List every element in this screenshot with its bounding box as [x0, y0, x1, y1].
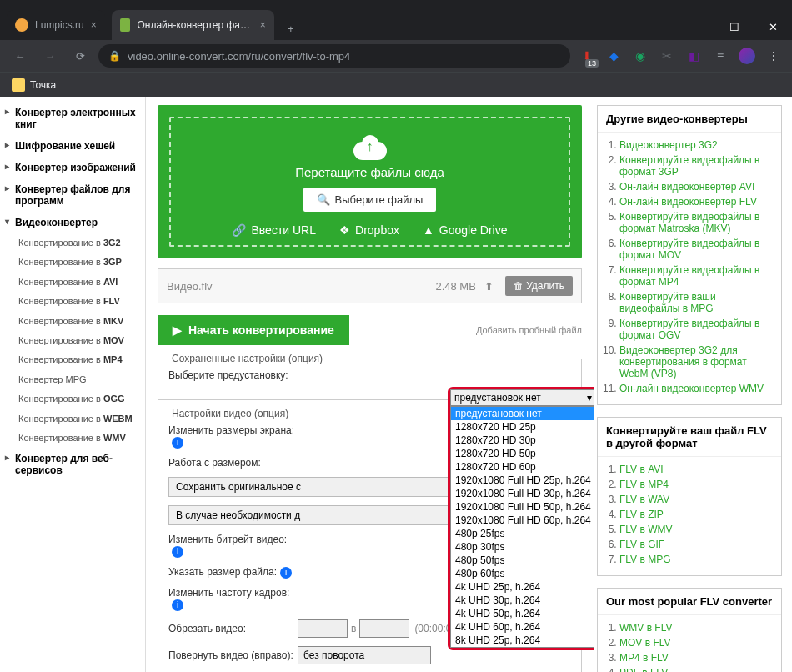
- crop-start-input[interactable]: [298, 619, 348, 638]
- converter-link[interactable]: FLV в MP4: [619, 479, 776, 490]
- delete-file-button[interactable]: 🗑 Удалить: [505, 276, 573, 296]
- info-icon[interactable]: i: [172, 599, 183, 611]
- close-icon[interactable]: ×: [91, 19, 97, 31]
- converter-link[interactable]: PDF в FLV: [619, 667, 776, 672]
- converter-link[interactable]: MP4 в FLV: [619, 652, 776, 664]
- preset-select[interactable]: предустановок нет ▾: [450, 389, 594, 406]
- preset-option[interactable]: 4k UHD 60p, h.264: [451, 620, 594, 634]
- preset-option[interactable]: 8k UHD 30p, h.264: [451, 647, 594, 648]
- converter-link[interactable]: Он-лайн видеоконвертер AVI: [619, 181, 776, 193]
- sidebar-item[interactable]: Конвертирование в 3G2: [0, 233, 145, 253]
- sidebar-group-video[interactable]: Видеоконвертер: [0, 212, 145, 233]
- preset-option[interactable]: 1280x720 HD 50p: [451, 447, 594, 460]
- close-icon[interactable]: ×: [260, 19, 266, 31]
- info-icon[interactable]: i: [172, 546, 183, 558]
- sidebar-item[interactable]: Конвертирование в MP4: [0, 350, 145, 369]
- sidebar-item[interactable]: Конвертирование в 3GP: [0, 253, 145, 272]
- preset-option[interactable]: 4k UHD 25p, h.264: [451, 580, 594, 594]
- extension-icon[interactable]: ≡: [710, 46, 730, 66]
- converter-link[interactable]: FLV в WAV: [619, 494, 776, 505]
- preset-option[interactable]: 480p 25fps: [451, 527, 594, 540]
- converter-link[interactable]: Конвертируйте видеофайлы в формат OGV: [619, 318, 776, 341]
- converter-link[interactable]: MOV в FLV: [619, 637, 776, 649]
- info-icon[interactable]: i: [280, 567, 292, 579]
- converter-link[interactable]: Он-лайн видеоконвертер WMV: [619, 383, 776, 394]
- choose-files-button[interactable]: 🔍Выберите файлы: [303, 188, 437, 212]
- preset-option[interactable]: 1920x1080 Full HD 25p, h.264: [451, 474, 594, 487]
- google-drive-button[interactable]: ▲ Google Drive: [423, 223, 508, 237]
- converter-link[interactable]: FLV в WMV: [619, 524, 776, 535]
- sidebar-item[interactable]: Конвертер MPG: [0, 370, 145, 389]
- size-handling-label: Работа с размером:: [168, 457, 298, 469]
- reload-button[interactable]: ⟳: [68, 44, 92, 68]
- upload-dropzone[interactable]: ↑ Перетащите файлы сюда 🔍Выберите файлы …: [158, 105, 582, 258]
- bookmark-item[interactable]: Точка: [12, 78, 56, 92]
- converter-link[interactable]: FLV в AVI: [619, 464, 776, 475]
- sidebar-item[interactable]: Конвертирование в MOV: [0, 331, 145, 350]
- sidebar-item[interactable]: Конвертирование в WEBM: [0, 409, 145, 429]
- converter-link[interactable]: FLV в GIF: [619, 539, 776, 550]
- popular-flv-box: Our most popular FLV converter WMV в FLV…: [597, 588, 782, 672]
- preset-option[interactable]: 1920x1080 Full HD 30p, h.264: [451, 487, 594, 500]
- url-box[interactable]: 🔒 video.online-convert.com/ru/convert/fl…: [98, 44, 570, 68]
- converter-link[interactable]: Конвертируйте видеофайлы в формат Matros…: [619, 211, 776, 234]
- preset-option[interactable]: 480p 50fps: [451, 554, 594, 567]
- preset-option[interactable]: 1280x720 HD 60p: [451, 460, 594, 474]
- badge-count: 13: [585, 59, 599, 68]
- preset-option[interactable]: предустановок нет: [451, 407, 594, 420]
- extension-icon[interactable]: ◆: [604, 46, 624, 66]
- sidebar-group[interactable]: Конвертер файлов для программ: [0, 178, 145, 212]
- sidebar-group[interactable]: Конвертер изображений: [0, 157, 145, 178]
- cloud-upload-icon: ↑: [350, 130, 390, 160]
- start-convert-button[interactable]: ▶ Начать конвертирование: [158, 315, 349, 345]
- close-window-button[interactable]: ✕: [754, 13, 792, 40]
- converter-link[interactable]: FLV в MPG: [619, 554, 776, 565]
- url-text: video.online-convert.com/ru/convert/flv-…: [128, 50, 350, 63]
- rotate-select[interactable]: без поворота: [298, 646, 431, 664]
- sidebar-item[interactable]: Конвертирование в WMV: [0, 429, 145, 448]
- preset-option[interactable]: 480p 60fps: [451, 567, 594, 580]
- preset-option[interactable]: 1280x720 HD 30p: [451, 434, 594, 447]
- extension-icon[interactable]: ✂: [657, 46, 677, 66]
- browser-tab-inactive[interactable]: Lumpics.ru ×: [7, 10, 105, 40]
- preset-option[interactable]: 8k UHD 25p, h.264: [451, 634, 594, 647]
- sidebar-group[interactable]: Конвертер для веб-сервисов: [0, 448, 145, 481]
- back-button[interactable]: ←: [8, 44, 32, 68]
- minimize-button[interactable]: —: [677, 13, 715, 40]
- preset-option[interactable]: 4k UHD 50p, h.264: [451, 607, 594, 620]
- enter-url-button[interactable]: 🔗 Ввести URL: [232, 223, 316, 237]
- extension-icon[interactable]: ◧: [684, 46, 704, 66]
- sidebar-item[interactable]: Конвертирование в AVI: [0, 273, 145, 292]
- extension-icon[interactable]: ◉: [630, 46, 650, 66]
- preset-option[interactable]: 1280x720 HD 25p: [451, 420, 594, 434]
- converter-link[interactable]: Конвертируйте видеофайлы в формат MOV: [619, 238, 776, 261]
- converter-link[interactable]: WMV в FLV: [619, 622, 776, 634]
- add-trial-file-link[interactable]: Добавить пробный файл: [476, 325, 582, 335]
- sidebar-item[interactable]: Конвертирование в FLV: [0, 292, 145, 311]
- preset-option[interactable]: 1920x1080 Full HD 60p, h.264: [451, 514, 594, 527]
- sidebar-item[interactable]: Конвертирование в OGG: [0, 389, 145, 409]
- preset-options-list[interactable]: предустановок нет1280x720 HD 25p1280x720…: [450, 406, 594, 648]
- sidebar-group[interactable]: Шифрование хешей: [0, 135, 145, 157]
- extension-icon[interactable]: ⬇13: [577, 46, 597, 66]
- converter-link[interactable]: Видеоконвертер 3G2: [619, 139, 776, 151]
- converter-link[interactable]: Конвертируйте видеофайлы в формат MP4: [619, 264, 776, 288]
- sidebar-group[interactable]: Конвертер электронных книг: [0, 102, 145, 135]
- converter-link[interactable]: Конвертируйте ваши видеофайлы в MPG: [619, 291, 776, 314]
- dropbox-button[interactable]: ❖ Dropbox: [339, 223, 399, 237]
- preset-option[interactable]: 1920x1080 Full HD 50p, h.264: [451, 500, 594, 514]
- converter-link[interactable]: Он-лайн видеоконвертер FLV: [619, 196, 776, 208]
- browser-tab-active[interactable]: Онлайн-конвертер файлов FLV ×: [112, 10, 274, 40]
- converter-link[interactable]: FLV в ZIP: [619, 509, 776, 520]
- preset-option[interactable]: 4k UHD 30p, h.264: [451, 594, 594, 607]
- info-icon[interactable]: i: [172, 437, 183, 449]
- crop-end-input[interactable]: [359, 619, 409, 638]
- preset-option[interactable]: 480p 30fps: [451, 540, 594, 554]
- converter-link[interactable]: Видеоконвертер 3G2 для конвертирования в…: [619, 344, 776, 379]
- maximize-button[interactable]: ☐: [715, 13, 754, 40]
- profile-avatar[interactable]: [737, 46, 757, 66]
- sidebar-item[interactable]: Конвертирование в MKV: [0, 312, 145, 331]
- converter-link[interactable]: Конвертируйте видеофайлы в формат 3GP: [619, 154, 776, 178]
- new-tab-button[interactable]: +: [279, 17, 303, 40]
- menu-button[interactable]: ⋮: [764, 46, 784, 66]
